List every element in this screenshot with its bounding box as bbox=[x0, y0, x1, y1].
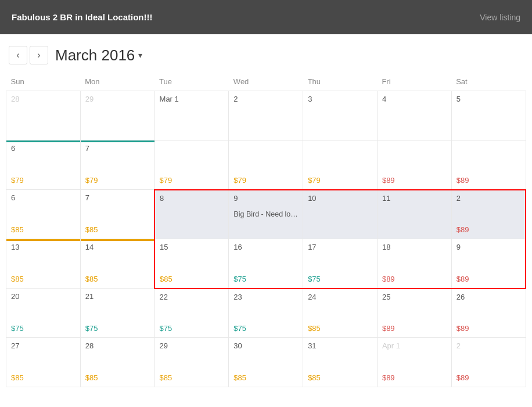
day-cell-feb29[interactable]: 29 bbox=[80, 91, 154, 141]
weekday-sat: Sat bbox=[451, 75, 526, 91]
day-cell-mar-prev-fri[interactable]: $89 bbox=[377, 141, 451, 190]
day-cell-mar14[interactable]: 14 $85 bbox=[80, 239, 154, 289]
day-cell-mar27[interactable]: 27 $85 bbox=[6, 338, 81, 387]
day-cell-mar-prev-wed[interactable]: $79 bbox=[229, 141, 303, 190]
day-cell-mar22[interactable]: 22 $75 bbox=[154, 289, 229, 338]
day-cell-mar29[interactable]: 29 $85 bbox=[154, 338, 229, 387]
day-cell-feb28[interactable]: 28 bbox=[6, 91, 81, 141]
table-row: 13 $85 14 $85 15 $85 16 $75 17 $75 bbox=[6, 239, 526, 289]
day-cell-mar3[interactable]: 3 bbox=[303, 91, 378, 141]
day-cell-mar2[interactable]: 2 bbox=[229, 91, 303, 141]
table-row: 20 $75 21 $75 22 $75 23 $75 24 $85 bbox=[6, 289, 526, 338]
weekday-wed: Wed bbox=[229, 75, 303, 91]
booking-label: Big Bird - Need longer bed (Synced with … bbox=[229, 210, 303, 218]
day-cell-mar1[interactable]: Mar 1 bbox=[154, 91, 229, 141]
day-cell-mar4[interactable]: 4 bbox=[377, 91, 451, 141]
day-cell-mar30[interactable]: 30 $85 bbox=[229, 338, 303, 387]
day-cell-mar9[interactable]: 9 Big Bird - Need longer bed (Synced wit… bbox=[229, 190, 303, 239]
day-cell-mar17[interactable]: 17 $75 bbox=[303, 239, 378, 289]
weekday-tue: Tue bbox=[154, 75, 229, 91]
booking-week-row: 6 $85 7 $85 8 9 Big Bird - Need longer b… bbox=[6, 190, 526, 239]
calendar-container: ‹ › March 2016 ▾ Sun Mon Tue Wed Thu Fri… bbox=[0, 34, 532, 393]
weekday-mon: Mon bbox=[80, 75, 154, 91]
day-cell-mar18[interactable]: 18 $89 bbox=[377, 239, 451, 289]
day-cell-mar20[interactable]: 20 $75 bbox=[6, 289, 81, 338]
day-cell-mar28[interactable]: 28 $85 bbox=[80, 338, 154, 387]
day-cell-apr1[interactable]: Apr 1 $89 bbox=[377, 338, 451, 387]
next-month-button[interactable]: › bbox=[30, 46, 48, 64]
month-nav: ‹ › March 2016 ▾ bbox=[6, 46, 526, 64]
day-cell-mar23[interactable]: 23 $75 bbox=[229, 289, 303, 338]
weekday-header-row: Sun Mon Tue Wed Thu Fri Sat bbox=[6, 75, 526, 91]
day-cell-mar25[interactable]: 25 $89 bbox=[377, 289, 451, 338]
header: Fabulous 2 BR in Ideal Location!!! View … bbox=[0, 0, 532, 34]
prev-month-button[interactable]: ‹ bbox=[9, 46, 27, 64]
day-cell-mar11[interactable]: 11 bbox=[377, 190, 451, 239]
weekday-sun: Sun bbox=[6, 75, 81, 91]
day-cell-mar10[interactable]: 10 bbox=[303, 190, 378, 239]
weekday-fri: Fri bbox=[377, 75, 451, 91]
day-cell-mar-prev-thu[interactable]: $79 bbox=[303, 141, 378, 190]
day-cell-mar16[interactable]: 16 $75 bbox=[229, 239, 303, 289]
day-cell-mar15[interactable]: 15 $85 bbox=[154, 239, 229, 289]
table-row: 27 $85 28 $85 29 $85 30 $85 31 $85 bbox=[6, 338, 526, 387]
day-cell-mar-prev-tue[interactable]: $79 bbox=[154, 141, 229, 190]
day-cell-mar6[interactable]: 6 $79 bbox=[6, 141, 81, 190]
month-year-label: March 2016 bbox=[55, 46, 135, 64]
day-cell-mar19[interactable]: 9 $89 bbox=[451, 239, 526, 289]
weekday-thu: Thu bbox=[303, 75, 378, 91]
day-cell-mar7[interactable]: 7 $79 bbox=[80, 141, 154, 190]
day-cell-mar31[interactable]: 31 $85 bbox=[303, 338, 378, 387]
day-cell-mar-prev-sat[interactable]: $89 bbox=[451, 141, 526, 190]
listing-title: Fabulous 2 BR in Ideal Location!!! bbox=[12, 12, 480, 22]
day-cell-mar12[interactable]: 2 $89 bbox=[451, 190, 526, 239]
view-listing-link[interactable]: View listing bbox=[480, 13, 520, 22]
day-cell-mar21[interactable]: 21 $75 bbox=[80, 289, 154, 338]
day-cell-mar7-main[interactable]: 7 $85 bbox=[80, 190, 154, 239]
day-cell-mar6-main[interactable]: 6 $85 bbox=[6, 190, 81, 239]
day-cell-mar24[interactable]: 24 $85 bbox=[303, 289, 378, 338]
day-cell-apr2[interactable]: 2 $89 bbox=[451, 338, 526, 387]
day-cell-mar8[interactable]: 8 bbox=[154, 190, 229, 239]
table-row: 6 $79 7 $79 $79 $79 $79 bbox=[6, 141, 526, 190]
calendar-grid: Sun Mon Tue Wed Thu Fri Sat 28 29 Mar 1 bbox=[6, 75, 526, 387]
month-year-title[interactable]: March 2016 ▾ bbox=[55, 46, 142, 64]
day-cell-mar5[interactable]: 5 bbox=[451, 91, 526, 141]
day-cell-mar13[interactable]: 13 $85 bbox=[6, 239, 81, 289]
day-cell-mar26[interactable]: 26 $89 bbox=[451, 289, 526, 338]
month-dropdown-icon: ▾ bbox=[138, 51, 142, 60]
table-row: 28 29 Mar 1 2 3 4 5 bbox=[6, 91, 526, 141]
